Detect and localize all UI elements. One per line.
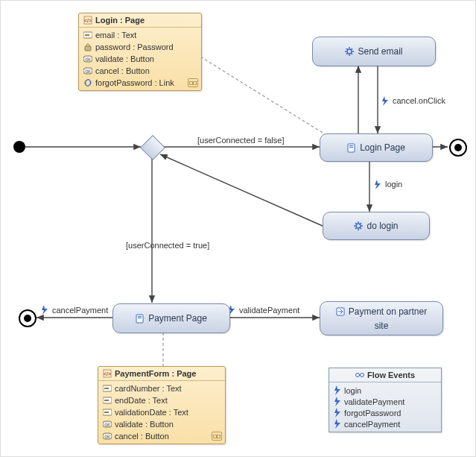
- lock-icon: [83, 42, 92, 51]
- class-body: cardNumber : Text endDate : Text validat…: [98, 381, 225, 444]
- initial-node: [13, 141, 25, 153]
- node-send-email[interactable]: Send email: [312, 37, 436, 66]
- bolt-icon: [334, 419, 341, 429]
- node-label-line1: Payment on partner: [349, 306, 427, 317]
- bolt-icon: [334, 385, 341, 395]
- node-login-page[interactable]: Login Page: [320, 133, 433, 162]
- attr: forgotPassword : Link: [95, 78, 174, 88]
- field-icon: [103, 384, 112, 393]
- events-title-icon: [355, 371, 364, 379]
- attr: email : Text: [95, 30, 136, 40]
- node-label: Payment Page: [148, 313, 207, 324]
- subflow-icon: [336, 307, 345, 316]
- edge-cancel-onclick: cancel.onClick: [393, 96, 445, 105]
- link-icon: [83, 78, 92, 87]
- svg-line-29: [160, 154, 323, 226]
- class-icon: [103, 369, 112, 378]
- composite-badge: [212, 432, 222, 441]
- gear-icon: [345, 47, 354, 56]
- field-icon: [83, 31, 92, 40]
- node-payment-page[interactable]: Payment Page: [112, 303, 230, 333]
- node-partner-site[interactable]: Payment on partner site: [320, 301, 443, 335]
- node-label: Login Page: [360, 142, 405, 153]
- class-paymentform[interactable]: PaymentForm : Page cardNumber : Text end…: [98, 366, 226, 444]
- edge-cancel-payment: cancelPayment: [52, 306, 108, 315]
- diagram-canvas: [userConnected = false] cancel.onClick l…: [0, 0, 476, 457]
- guard-true: [userConnected = true]: [126, 241, 209, 250]
- gear-icon: [354, 221, 363, 230]
- attr: validate : Button: [95, 54, 154, 64]
- button-icon: [83, 66, 92, 75]
- class-login[interactable]: Login : Page email : Text password : Pas…: [78, 13, 202, 91]
- button-icon: [103, 420, 112, 429]
- field-icon: [103, 408, 112, 417]
- bolt-icon: [381, 96, 390, 106]
- button-icon: [103, 432, 112, 441]
- field-icon: [103, 396, 112, 405]
- events-title: Flow Events: [367, 371, 415, 379]
- attr: cancel : Button: [95, 66, 150, 76]
- event-item: login: [344, 386, 361, 395]
- bolt-icon: [374, 180, 383, 189]
- guard-false: [userConnected = false]: [197, 136, 285, 145]
- edge-validate-payment: validatePayment: [239, 306, 299, 315]
- attr: password : Password: [95, 42, 174, 52]
- node-label-line2: site: [375, 321, 389, 331]
- page-icon: [136, 314, 145, 324]
- attr: endDate : Text: [115, 395, 168, 406]
- button-icon: [83, 54, 92, 63]
- class-title: Login : Page: [95, 16, 145, 25]
- class-body: email : Text password : Password validat…: [79, 28, 201, 90]
- class-icon: [83, 16, 92, 25]
- event-item: validatePayment: [344, 397, 404, 406]
- edge-login: login: [385, 180, 402, 189]
- node-label: do login: [366, 221, 398, 231]
- node-label: Send email: [358, 46, 402, 57]
- attr: validate : Button: [115, 419, 174, 429]
- event-item: forgotPassword: [344, 409, 401, 417]
- event-item: cancelPayment: [344, 420, 400, 429]
- bolt-icon: [41, 305, 50, 315]
- final-node-left: [19, 309, 37, 327]
- composite-badge: [188, 78, 198, 87]
- attr: validationDate : Text: [115, 407, 188, 417]
- bolt-icon: [334, 397, 341, 406]
- flow-events-box[interactable]: Flow Events login validatePayment forgot…: [329, 368, 442, 432]
- bolt-icon: [334, 408, 341, 417]
- svg-line-33: [200, 57, 329, 136]
- page-icon: [347, 143, 356, 153]
- class-title: PaymentForm : Page: [115, 369, 196, 378]
- attr: cancel : Button: [115, 431, 169, 441]
- final-node-right: [449, 139, 467, 157]
- node-do-login[interactable]: do login: [323, 212, 430, 240]
- attr: cardNumber : Text: [115, 383, 182, 394]
